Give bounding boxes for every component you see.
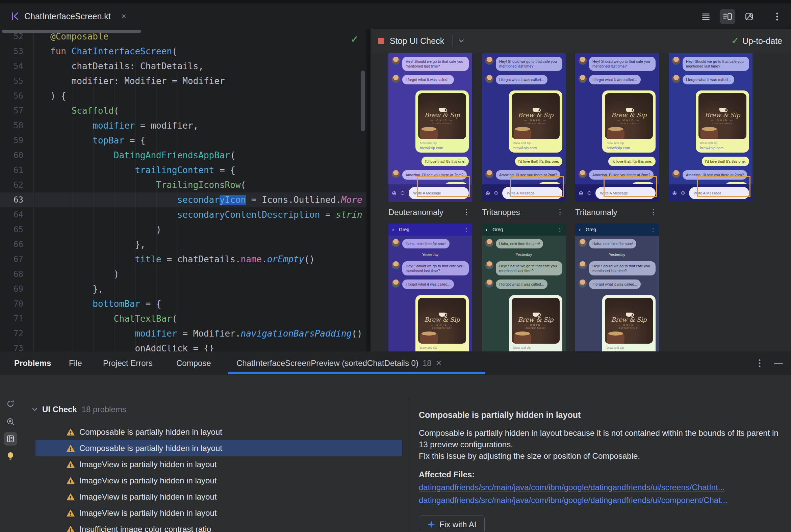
code-line[interactable]: 61 trailingContent = {: [0, 163, 366, 177]
card-link[interactable]: brew&sip.com: [420, 146, 466, 150]
chat-menu-icon[interactable]: ⋮: [651, 227, 655, 232]
code-line[interactable]: 70 bottomBar = {: [0, 297, 366, 311]
card-link[interactable]: brew&sip.com: [700, 146, 747, 150]
code-line[interactable]: 59 topBar = {: [0, 133, 366, 148]
emoji-icon[interactable]: ☺: [400, 190, 405, 196]
design-view-icon[interactable]: [741, 9, 757, 24]
panel-options-icon[interactable]: [758, 359, 760, 367]
more-options-icon[interactable]: [769, 9, 785, 24]
chevron-down-icon[interactable]: [32, 408, 37, 411]
back-icon[interactable]: ‹: [486, 226, 488, 233]
code-line[interactable]: 69 },: [0, 282, 366, 297]
problem-row[interactable]: Composable is partially hidden in layout: [35, 440, 402, 456]
affected-file-link[interactable]: datingandfriends/src/main/java/com/ibm/g…: [419, 483, 784, 492]
add-icon[interactable]: ⊕: [672, 190, 677, 197]
phone-preview[interactable]: Hey! Should we go to that cafe you menti…: [669, 53, 753, 202]
editor-tab[interactable]: ChatInterfaceScreen.kt ×: [7, 3, 130, 29]
device-menu-icon[interactable]: ⋮: [556, 208, 566, 217]
refresh-icon[interactable]: [4, 397, 17, 411]
phone-preview[interactable]: ‹Greg⋮Haha, next time for sure!Yesterday…: [388, 224, 472, 352]
code-line[interactable]: 71 ChatTextBar(: [0, 311, 366, 326]
toolbar-separator: [452, 35, 453, 47]
code-line[interactable]: 54 chatDetails: ChatDetails,: [0, 59, 366, 74]
minimize-panel-icon[interactable]: —: [774, 358, 783, 368]
phone-preview[interactable]: ‹Greg⋮Haha, next time for sure!Yesterday…: [482, 224, 566, 352]
lightbulb-icon[interactable]: [4, 449, 17, 463]
chat-menu-icon[interactable]: ⋮: [464, 227, 468, 232]
problems-group-title[interactable]: UI Check: [42, 405, 77, 414]
code-line[interactable]: 65 ): [0, 222, 366, 237]
warning-icon: [67, 461, 75, 468]
details-view-icon[interactable]: [4, 432, 17, 445]
vertical-scrollbar[interactable]: [361, 71, 365, 131]
chevron-down-icon[interactable]: [459, 39, 464, 42]
problem-row[interactable]: Composable is partially hidden in layout: [35, 424, 402, 440]
tab-chatinterfacescreenpreview-sortedchatdetails[interactable]: ChatInterfaceScreenPreview (sortedChatDe…: [236, 352, 442, 375]
back-icon[interactable]: ‹: [579, 226, 581, 233]
phone-preview[interactable]: Hey! Should we go to that cafe you menti…: [388, 53, 472, 202]
card-sub-text: — ONID —: [524, 119, 547, 121]
editor-preview-splitter[interactable]: [366, 29, 370, 352]
tab-problems[interactable]: Problems: [14, 352, 51, 375]
tab-project-errors[interactable]: Project Errors: [103, 352, 153, 375]
code-line[interactable]: 72 modifier = Modifier.navigationBarsPad…: [0, 326, 366, 341]
code-line[interactable]: 55 modifier: Modifier = Modifier: [0, 74, 366, 89]
problems-tool-window: ProblemsFileProject ErrorsComposeChatInt…: [0, 352, 791, 532]
stop-ui-check-button[interactable]: Stop UI Check: [378, 36, 444, 46]
preview-status-icon[interactable]: [4, 415, 17, 429]
close-tab-icon[interactable]: ✕: [436, 359, 442, 367]
fix-with-ai-button[interactable]: Fix with AI: [419, 515, 485, 532]
cafe-card-image: Brew & Sip— ONID —· COFFEETCHSIDY ·: [605, 93, 653, 139]
split-view-icon[interactable]: [720, 9, 735, 24]
code-line[interactable]: 66 },: [0, 237, 366, 252]
chat-menu-icon[interactable]: ⋮: [558, 227, 562, 232]
list-details-divider[interactable]: [409, 398, 409, 532]
inspections-ok-icon[interactable]: ✓: [351, 34, 358, 45]
line-number: 65: [0, 222, 34, 237]
close-tab-icon[interactable]: ×: [122, 12, 126, 21]
problem-row[interactable]: ImageView is partially hidden in layout: [35, 489, 402, 505]
phone-preview[interactable]: Hey! Should we go to that cafe you menti…: [482, 53, 566, 202]
problem-row[interactable]: ImageView is partially hidden in layout: [35, 505, 402, 521]
card-link[interactable]: brew&sip.com: [513, 146, 560, 150]
preview-toolbar: Stop UI Check ✓ Up-to-date: [370, 29, 791, 53]
device-menu-icon[interactable]: ⋮: [463, 208, 472, 217]
back-icon[interactable]: ‹: [392, 226, 394, 233]
code-line[interactable]: 58 modifier = modifier,: [0, 118, 366, 133]
problem-text: Composable is partially hidden in layout: [79, 443, 222, 453]
code-line[interactable]: 73 onAddClick = {}: [0, 341, 366, 352]
emoji-icon[interactable]: ☺: [493, 190, 499, 196]
affected-file-link[interactable]: datingandfriends/src/main/java/com/ibm/g…: [419, 496, 784, 505]
card-sub-text: — ONID —: [430, 119, 453, 121]
code-line[interactable]: 57 Scaffold(: [0, 103, 366, 118]
code-line[interactable]: 64 secondaryContentDescription = strin: [0, 207, 366, 222]
emoji-icon[interactable]: ☺: [680, 190, 686, 196]
code-line[interactable]: 68 ): [0, 267, 366, 282]
add-icon[interactable]: ⊕: [578, 190, 583, 197]
device-menu-icon[interactable]: ⋮: [649, 208, 659, 217]
card-caption: brew and sip: [607, 141, 653, 145]
code-line[interactable]: 63 secondaryIcon = Icons.Outlined.More: [0, 192, 366, 207]
tab-compose[interactable]: Compose: [176, 352, 211, 375]
code-line[interactable]: 67 title = chatDetails.name.orEmpty(): [0, 252, 366, 267]
horizontal-scrollbar[interactable]: [2, 30, 141, 33]
card-link[interactable]: brew&sip.com: [607, 146, 653, 150]
code-line[interactable]: 60 DatingAndFriendsAppBar(: [0, 148, 366, 163]
message-row: Hey! Should we go to that cafe you menti…: [578, 57, 656, 71]
phone-preview[interactable]: ‹Greg⋮Haha, next time for sure!Yesterday…: [575, 224, 659, 352]
add-icon[interactable]: ⊕: [485, 190, 490, 197]
tab-file[interactable]: File: [69, 352, 82, 375]
problem-row[interactable]: ImageView is partially hidden in layout: [35, 456, 402, 473]
problem-row[interactable]: Insufficient image color contrast ratio: [35, 521, 402, 532]
phone-preview[interactable]: Hey! Should we go to that cafe you menti…: [575, 53, 659, 202]
date-divider: Yesterday: [485, 252, 562, 256]
line-number: 62: [0, 177, 34, 192]
code-editor[interactable]: 52@Composable53fun ChatInterfaceScreen(5…: [0, 29, 366, 352]
code-line[interactable]: 53fun ChatInterfaceScreen(: [0, 44, 366, 59]
add-icon[interactable]: ⊕: [392, 190, 397, 197]
code-line[interactable]: 56) {: [0, 89, 366, 103]
code-view-icon[interactable]: [698, 9, 714, 24]
code-line[interactable]: 62 TrailingIconsRow(: [0, 177, 366, 192]
emoji-icon[interactable]: ☺: [586, 190, 592, 196]
problem-row[interactable]: ImageView is partially hidden in layout: [35, 473, 402, 489]
